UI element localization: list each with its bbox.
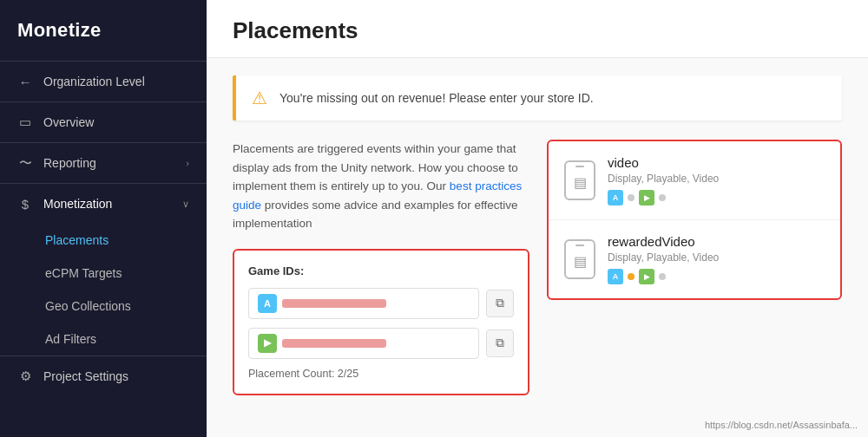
placement-count: Placement Count: 2/25 — [248, 368, 514, 380]
sidebar-sub-label: Ad Filters — [45, 332, 96, 346]
phone-icon-video: ▤ — [564, 160, 595, 200]
description: Placements are triggered events within y… — [233, 140, 529, 233]
android-badge-rewarded: ▶ — [639, 269, 654, 284]
back-icon: ← — [17, 74, 33, 89]
sidebar-item-label: Overview — [43, 115, 189, 129]
ios-badge: A — [258, 294, 277, 313]
content-row: Placements are triggered events within y… — [233, 140, 842, 395]
sidebar-sub-label: Geo Collections — [45, 299, 131, 313]
phone-inner-icon-2: ▤ — [574, 253, 587, 270]
placement-type-video: Display, Playable, Video — [608, 173, 825, 185]
sidebar-item-placements[interactable]: Placements — [0, 224, 207, 257]
android-badge: ▶ — [258, 334, 277, 353]
platform-dots-video: A ▶ — [608, 190, 825, 205]
placement-item-rewarded[interactable]: ▤ rewardedVideo Display, Playable, Video… — [549, 220, 840, 298]
app-title: Monetize — [0, 0, 207, 61]
game-id-row-ios: A ⧉ — [248, 288, 514, 319]
sidebar-item-ecpm-targets[interactable]: eCPM Targets — [0, 257, 207, 290]
phone-inner-icon: ▤ — [574, 174, 587, 191]
game-ids-label: Game IDs: — [248, 264, 514, 277]
sidebar-item-label: Project Settings — [43, 369, 189, 383]
desc-text2: provides some advice and examples for ef… — [233, 199, 517, 231]
phone-icon-rewarded: ▤ — [564, 239, 595, 279]
warning-text: You're missing out on revenue! Please en… — [279, 91, 594, 105]
sidebar-item-ad-filters[interactable]: Ad Filters — [0, 323, 207, 355]
gear-icon: ⚙ — [17, 369, 33, 384]
sidebar-item-label: Monetization — [43, 197, 172, 211]
sidebar-item-monetization[interactable]: $ Monetization ∨ — [0, 184, 207, 224]
game-id-input-android[interactable]: ▶ — [248, 328, 479, 359]
copy-android-button[interactable]: ⧉ — [486, 329, 514, 357]
placement-info-rewarded: rewardedVideo Display, Playable, Video A… — [608, 234, 825, 284]
placement-type-rewarded: Display, Playable, Video — [608, 251, 825, 264]
page-header: Placements — [207, 0, 868, 58]
placement-name-video: video — [608, 155, 825, 170]
placement-item-video[interactable]: ▤ video Display, Playable, Video A ▶ — [549, 141, 840, 220]
placement-info-video: video Display, Playable, Video A ▶ — [608, 155, 825, 205]
redacted-value-android — [282, 339, 386, 348]
warning-banner: ⚠ You're missing out on revenue! Please … — [233, 75, 842, 121]
dot-2-rewarded — [659, 273, 666, 280]
ios-badge-video: A — [608, 190, 623, 205]
redacted-value-ios — [282, 299, 386, 308]
sidebar-item-label: Organization Level — [43, 75, 189, 88]
sidebar-item-label: Reporting — [43, 156, 175, 170]
sidebar-sub-label: eCPM Targets — [45, 266, 122, 280]
placement-name-rewarded: rewardedVideo — [608, 234, 825, 249]
sidebar-item-project-settings[interactable]: ⚙ Project Settings — [0, 356, 207, 396]
ios-badge-rewarded: A — [608, 269, 623, 284]
platform-dots-rewarded: A ▶ — [608, 269, 825, 284]
page-title: Placements — [233, 17, 842, 44]
dollar-icon: $ — [17, 196, 33, 212]
main-wrapper: Placements ⚠ You're missing out on reven… — [207, 0, 868, 437]
sidebar-item-geo-collections[interactable]: Geo Collections — [0, 290, 207, 323]
chevron-down-icon: ∨ — [182, 199, 189, 210]
chevron-right-icon: › — [186, 158, 189, 168]
warning-icon: ⚠ — [252, 88, 267, 108]
overview-icon: ▭ — [17, 114, 33, 130]
sidebar: Monetize ← Organization Level ▭ Overview… — [0, 0, 207, 437]
dot-2-video — [659, 194, 666, 201]
dot-1-video — [628, 194, 635, 201]
footer-url: https://blog.csdn.net/Assassinbafa... — [705, 420, 858, 430]
dot-1-rewarded — [628, 273, 635, 280]
sidebar-item-reporting[interactable]: 〜 Reporting › — [0, 143, 207, 183]
left-panel: Placements are triggered events within y… — [233, 140, 529, 395]
reporting-icon: 〜 — [17, 155, 33, 171]
game-ids-box: Game IDs: A ⧉ ▶ — [233, 249, 529, 395]
main-content: Placements ⚠ You're missing out on reven… — [207, 0, 868, 437]
game-id-row-android: ▶ ⧉ — [248, 328, 514, 359]
sidebar-item-overview[interactable]: ▭ Overview — [0, 102, 207, 142]
sidebar-sub-label: Placements — [45, 233, 108, 247]
game-id-input-ios[interactable]: A — [248, 288, 479, 319]
main-body: ⚠ You're missing out on revenue! Please … — [207, 58, 868, 437]
placements-panel: ▤ video Display, Playable, Video A ▶ — [547, 140, 842, 300]
android-badge-video: ▶ — [639, 190, 654, 205]
sidebar-item-org-level[interactable]: ← Organization Level — [0, 62, 207, 101]
copy-ios-button[interactable]: ⧉ — [486, 290, 514, 317]
